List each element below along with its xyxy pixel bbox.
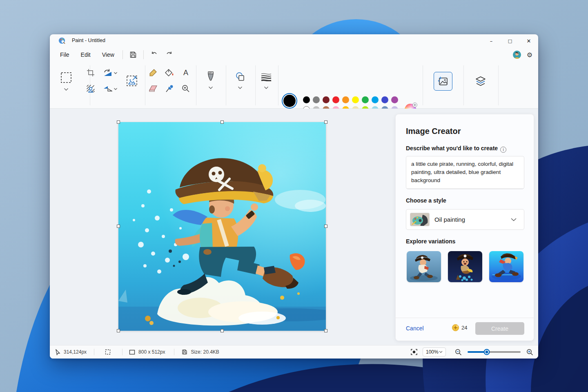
selection-handle[interactable] [117, 120, 120, 124]
redo-button[interactable] [162, 49, 177, 61]
color-swatch[interactable] [303, 96, 310, 103]
divider [463, 65, 464, 105]
flip-dropdown-chevron[interactable] [114, 88, 118, 90]
pencil-icon [149, 69, 157, 77]
selection-handle[interactable] [117, 225, 120, 228]
selection-handle[interactable] [324, 329, 327, 332]
divider [122, 349, 122, 355]
style-dropdown[interactable]: Oil painting [406, 209, 524, 230]
divider [122, 50, 123, 59]
canvas-image[interactable] [118, 122, 326, 331]
eyedropper-icon [165, 85, 174, 93]
color-picker-tool-button[interactable] [165, 85, 174, 93]
maximize-button[interactable]: □ [501, 34, 519, 47]
color-swatch[interactable] [372, 96, 379, 103]
user-avatar[interactable] [513, 51, 521, 59]
rotate-dropdown-chevron[interactable] [114, 72, 118, 74]
save-button[interactable] [125, 49, 141, 61]
prompt-input[interactable]: a little cute pirate, running, colorful,… [406, 156, 524, 189]
divider [143, 50, 144, 59]
crop-button[interactable] [87, 69, 95, 77]
style-thumbnail [410, 213, 430, 226]
rotate-button[interactable] [103, 69, 112, 77]
save-icon [129, 51, 137, 58]
color-swatch[interactable] [352, 96, 359, 103]
foreground-color-swatch[interactable] [283, 95, 296, 107]
pencil-tool-button[interactable] [149, 69, 157, 77]
window-title: Paint - Untitled [72, 38, 105, 43]
selection-dropdown-chevron[interactable] [64, 88, 69, 91]
divider [278, 65, 278, 105]
brushes-dropdown-chevron[interactable] [209, 87, 213, 89]
size-button[interactable] [261, 72, 272, 81]
variation-thumbnail-3[interactable] [489, 251, 523, 282]
zoom-level-value: 100% [426, 349, 439, 355]
remove-background-icon [87, 85, 95, 93]
image-creator-icon [438, 76, 448, 87]
magnifier-icon [182, 85, 190, 93]
menu-file[interactable]: File [54, 49, 75, 60]
selection-icon [60, 71, 72, 84]
cursor-position-text: 314,124px [64, 349, 87, 355]
zoom-in-icon[interactable] [526, 349, 533, 356]
resize-button[interactable] [126, 75, 138, 87]
layers-button[interactable] [475, 76, 486, 87]
create-button[interactable]: Create [475, 322, 524, 335]
color-swatch[interactable] [342, 96, 349, 103]
selection-handle[interactable] [324, 225, 327, 228]
style-label: Choose a style [406, 197, 446, 204]
settings-icon[interactable]: ⚙ [527, 51, 532, 59]
image-creator-panel: Image Creator Describe what you'd like t… [395, 114, 534, 341]
menu-edit[interactable]: Edit [75, 49, 96, 60]
undo-icon [150, 51, 158, 58]
file-size-text: Size: 20.4KB [191, 349, 219, 355]
divider [226, 65, 226, 105]
selection-size [105, 349, 111, 355]
text-icon: A [182, 69, 189, 77]
flip-button[interactable] [103, 85, 112, 92]
minimize-button[interactable]: – [482, 34, 501, 47]
file-size-icon [182, 349, 187, 355]
size-dropdown-chevron[interactable] [264, 87, 269, 89]
paint-window: Paint - Untitled – □ ✕ File Edit View [50, 34, 538, 359]
image-creator-button[interactable] [434, 72, 452, 91]
variation-thumbnail-1[interactable] [407, 251, 441, 282]
cancel-button[interactable]: Cancel [406, 325, 424, 332]
variation-thumbnail-2[interactable] [448, 251, 482, 282]
zoom-level-dropdown[interactable]: 100% [423, 347, 446, 356]
zoom-slider-thumb[interactable] [483, 349, 490, 355]
fill-tool-button[interactable] [165, 69, 174, 77]
fit-to-screen-icon[interactable] [410, 349, 418, 355]
undo-button[interactable] [146, 49, 162, 61]
text-tool-button[interactable]: A [182, 69, 189, 77]
eraser-tool-button[interactable] [149, 85, 158, 93]
brushes-button[interactable] [207, 71, 214, 82]
color-swatch[interactable] [323, 96, 330, 103]
color-swatch[interactable] [391, 96, 398, 103]
color-swatch[interactable] [332, 96, 339, 103]
selection-handle[interactable] [220, 329, 224, 332]
info-icon[interactable]: i [500, 147, 506, 153]
magnifier-tool-button[interactable] [182, 85, 190, 93]
selection-handle[interactable] [324, 120, 327, 124]
eraser-icon [149, 85, 158, 93]
selection-handle[interactable] [220, 120, 224, 124]
remove-background-button[interactable] [87, 85, 95, 93]
coin-icon [452, 324, 459, 331]
selection-handle[interactable] [117, 329, 120, 332]
color-swatch[interactable] [313, 96, 320, 103]
zoom-slider[interactable] [468, 351, 521, 353]
zoom-out-icon[interactable] [455, 349, 462, 356]
panel-title: Image Creator [406, 127, 461, 136]
shapes-dropdown-chevron[interactable] [238, 87, 243, 89]
color-swatch[interactable] [362, 96, 369, 103]
canvas-size-text: 800 x 512px [138, 349, 165, 355]
ribbon-toolbar: Selection [50, 63, 538, 109]
selection-tool-button[interactable] [60, 71, 72, 84]
close-button[interactable]: ✕ [519, 34, 538, 47]
statusbar: 314,124px 800 x 512px [50, 345, 538, 359]
paint-app-icon [58, 37, 65, 44]
shapes-button[interactable] [235, 72, 245, 82]
menu-view[interactable]: View [96, 49, 120, 60]
color-swatch[interactable] [381, 96, 388, 103]
